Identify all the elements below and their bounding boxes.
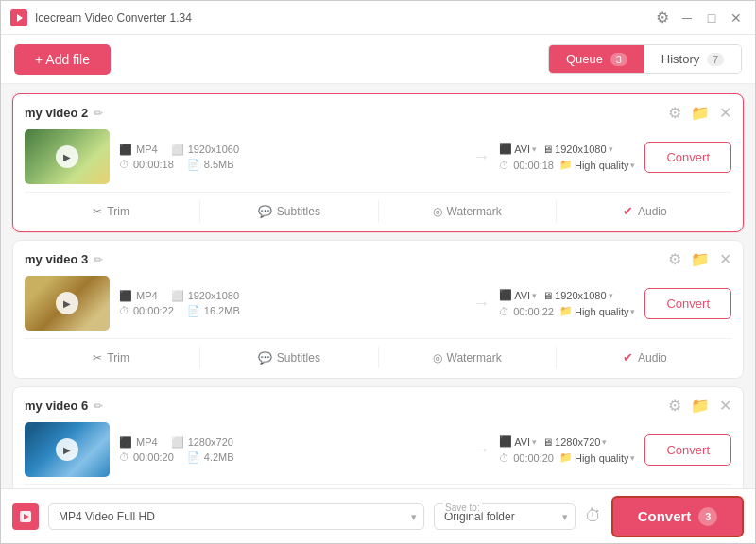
subtitles-label-2: Subtitles [277,351,320,365]
output-format-1[interactable]: ⬛ AVI ▾ [499,143,537,155]
play-button-3[interactable]: ▶ [56,438,78,461]
output-resolution-3[interactable]: 🖥 1280x720 ▾ [542,436,607,448]
input-resolution-1: ⬜ 1920x1060 [171,144,239,156]
card-actions-1: ⚙ 📁 ✕ [668,104,731,122]
watermark-label-1: Watermark [447,205,502,218]
clock-icon-out-3: ⏱ [499,452,509,464]
input-duration-2: ⏱ 00:00:22 [119,305,174,316]
thumbnail-1: ▶ [25,129,110,184]
input-format-2: ⬛ MP4 [119,290,158,302]
format-icon-2: ⬛ [119,290,132,302]
subtitles-icon-2: 💬 [258,351,272,365]
output-resolution-2[interactable]: 🖥 1920x1080 ▾ [542,290,612,301]
audio-button-2[interactable]: ✔ Audio [558,347,731,368]
card-actions-3: ⚙ 📁 ✕ [668,397,731,415]
save-to-select[interactable]: Original folder Desktop Documents [434,503,576,530]
edit-icon-3[interactable]: ✏ [94,400,103,413]
audio-label-2: Audio [638,351,667,365]
footer-divider-1-2 [199,347,200,368]
card-title-area-2: my video 3 ✏ [25,252,103,266]
play-button-2[interactable]: ▶ [56,292,78,314]
add-file-button[interactable]: + Add file [14,44,111,75]
footer-divider-1-1 [199,200,200,222]
grid-icon-3: ⬛ [499,435,512,448]
watermark-button-2[interactable]: ◎ Watermark [381,347,554,368]
input-details-2: ⏱ 00:00:22 📄 16.2MB [119,305,463,317]
content-area: my video 2 ✏ ⚙ 📁 ✕ ▶ ⬛ MP4 ⬜ [1,84,755,488]
convert-all-badge: 3 [698,507,717,526]
trim-label-2: Trim [107,351,129,365]
clock-icon-out-1: ⏱ [499,160,509,171]
output-quality-2[interactable]: 📁 High quality ▾ [559,305,635,317]
clock-icon-in-1: ⏱ [119,159,129,170]
card-settings-icon-3[interactable]: ⚙ [668,397,681,415]
add-file-label: + Add file [35,52,90,67]
save-to-wrapper[interactable]: Original folder Desktop Documents [434,503,576,530]
thumbnail-3: ▶ [25,422,110,477]
minimize-icon[interactable]: ─ [678,8,696,27]
queue-tab[interactable]: Queue 3 [549,45,644,73]
input-size-2: 📄 16.2MB [187,305,240,317]
input-duration-3: ⏱ 00:00:20 [119,451,174,463]
close-icon[interactable]: ✕ [727,8,746,27]
clock-icon-out-2: ⏱ [499,306,509,317]
input-format-3: ⬛ MP4 [119,436,158,449]
convert-button-1[interactable]: Convert [644,142,731,173]
output-quality-3[interactable]: 📁 High quality ▾ [559,451,635,464]
input-duration-1: ⏱ 00:00:18 [119,159,174,170]
app-icon [10,9,27,26]
file-icon-2: 📄 [187,305,200,317]
play-button-1[interactable]: ▶ [56,145,78,168]
svg-marker-0 [17,14,23,22]
titlebar: Icecream Video Converter 1.34 ⚙ ─ □ ✕ [1,1,755,35]
file-info-1: ⬛ MP4 ⬜ 1920x1060 ⏱ 00:00:18 📄 [119,144,463,171]
convert-button-3[interactable]: Convert [644,434,731,466]
convert-all-button[interactable]: Convert 3 [611,496,744,537]
maximize-icon[interactable]: □ [702,8,721,27]
format-select-wrapper[interactable]: MP4 Video Full HD AVI MKV MOV [48,503,424,530]
watermark-button-1[interactable]: ◎ Watermark [381,200,554,222]
subtitles-button-1[interactable]: 💬 Subtitles [202,200,375,222]
history-tab[interactable]: History 7 [644,45,741,73]
settings-icon[interactable]: ⚙ [653,8,672,27]
card-folder-icon-2[interactable]: 📁 [691,250,710,268]
output-details-row-2: ⏱ 00:00:22 📁 High quality ▾ [499,305,635,317]
output-resolution-1[interactable]: 🖥 1920x1080 ▾ [542,144,612,155]
screen-icon-3: 🖥 [542,436,553,448]
footer-divider-3-2 [556,347,557,368]
convert-button-2[interactable]: Convert [644,288,731,319]
card-close-icon-3[interactable]: ✕ [719,397,731,415]
watermark-icon-2: ◎ [433,351,442,365]
card-settings-icon-2[interactable]: ⚙ [668,250,681,268]
trim-button-1[interactable]: ✂ Trim [25,200,198,222]
audio-button-1[interactable]: ✔ Audio [558,200,731,222]
trim-icon-1: ✂ [93,205,102,218]
card-close-icon-1[interactable]: ✕ [719,104,731,122]
output-format-3[interactable]: ⬛ AVI ▾ [499,435,537,448]
card-folder-icon-1[interactable]: 📁 [691,104,710,122]
output-info-2: ⬛ AVI ▾ 🖥 1920x1080 ▾ ⏱ 00:00:22 📁 [499,289,635,317]
card-settings-icon-1[interactable]: ⚙ [668,104,681,122]
edit-icon-2[interactable]: ✏ [94,253,103,266]
thumbnail-2: ▶ [25,276,110,331]
output-duration-2: ⏱ 00:00:22 [499,306,554,317]
format-icon-1: ⬛ [119,144,132,156]
output-format-2[interactable]: ⬛ AVI ▾ [499,289,537,301]
timer-icon[interactable]: ⏱ [585,506,602,526]
format-select[interactable]: MP4 Video Full HD AVI MKV MOV [48,503,424,530]
trim-button-2[interactable]: ✂ Trim [25,347,198,368]
arrow-icon-1: → [472,147,490,167]
output-quality-1[interactable]: 📁 High quality ▾ [559,159,635,171]
edit-icon-1[interactable]: ✏ [94,107,103,120]
card-close-icon-2[interactable]: ✕ [719,250,731,268]
output-format-row-3: ⬛ AVI ▾ 🖥 1280x720 ▾ [499,435,635,448]
card-folder-icon-3[interactable]: 📁 [691,397,710,415]
output-details-row-3: ⏱ 00:00:20 📁 High quality ▾ [499,451,635,464]
input-meta-1: ⬛ MP4 ⬜ 1920x1060 [119,144,463,156]
resolution-icon-2: ⬜ [171,290,184,302]
arrow-icon-2: → [472,294,490,314]
arrow-icon-3: → [472,440,490,460]
card-title-3: my video 6 [25,399,88,413]
subtitles-button-2[interactable]: 💬 Subtitles [202,347,375,368]
card-title-area-3: my video 6 ✏ [25,399,103,413]
